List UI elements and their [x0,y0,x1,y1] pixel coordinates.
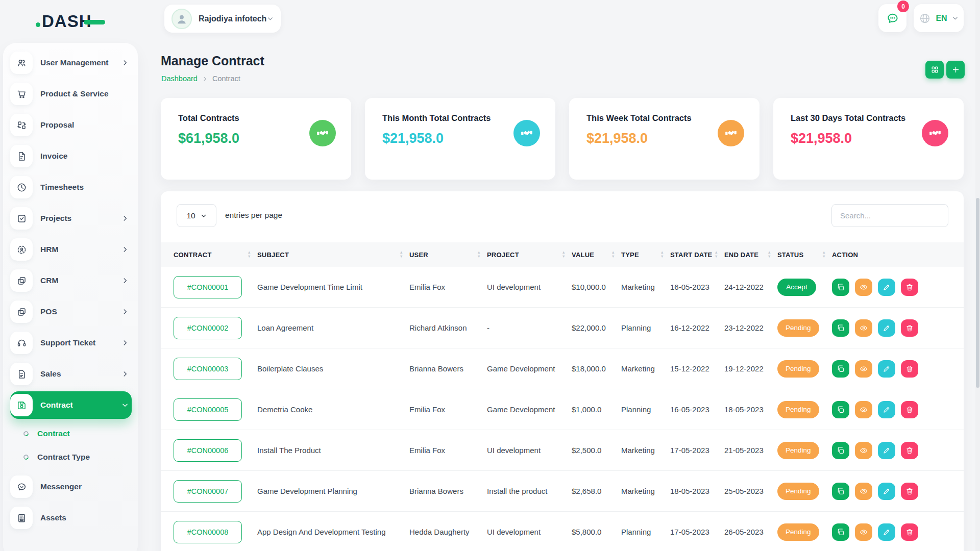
entries-per-page-label: entries per page [225,211,282,220]
sidebar-item-contract[interactable]: Contract [10,391,132,419]
clock-icon [10,176,33,198]
delete-button[interactable] [901,319,918,337]
cell-project: Game Development [487,405,572,414]
search-input[interactable] [831,204,948,227]
column-header-value[interactable]: VALUE▲▼ [572,251,621,259]
scrollbar-thumb[interactable] [976,198,979,388]
delete-button[interactable] [901,279,918,296]
column-header-user[interactable]: USER▲▼ [409,251,487,259]
sidebar-nav: User Management Product & Service Propos… [3,49,138,535]
entries-per-page-select[interactable]: 10 [177,204,216,227]
pencil-icon [883,283,891,291]
contract-id-badge[interactable]: #CON00001 [174,276,242,298]
view-button[interactable] [855,483,872,500]
delete-button[interactable] [901,523,918,541]
column-header-end-date[interactable]: END DATE▲▼ [724,251,777,259]
delete-button[interactable] [901,483,918,500]
cell-project: UI development [487,446,572,455]
column-header-status[interactable]: STATUS▲▼ [777,251,832,259]
users-icon [10,52,33,74]
logo-dot [36,22,40,27]
chevron-down-icon [267,15,274,22]
cell-actions [832,360,951,378]
company-selector[interactable]: Rajodiya infotech [164,5,281,33]
view-button[interactable] [855,279,872,296]
column-header-contract[interactable]: CONTRACT▲▼ [174,251,257,259]
sidebar-item-assets[interactable]: Assets [10,504,132,532]
eye-icon [860,365,868,373]
duplicate-button[interactable] [832,401,849,418]
cell-end-date: 21-05-2023 [724,446,777,455]
delete-button[interactable] [901,401,918,418]
sidebar-item-crm[interactable]: CRM [10,267,132,294]
contract-id-badge[interactable]: #CON00006 [174,439,242,462]
sidebar-item-support-ticket[interactable]: Support Ticket [10,329,132,357]
stat-value: $61,958.0 [178,131,239,146]
invoice-file-icon [10,145,33,167]
stat-value: $21,958.0 [382,131,444,146]
duplicate-button[interactable] [832,319,849,337]
contract-id-badge[interactable]: #CON00005 [174,398,242,421]
edit-button[interactable] [878,442,895,459]
sidebar-subitem-contract-type[interactable]: Contract Type [23,446,132,468]
brand-logo: DASH [36,11,105,32]
edit-button[interactable] [878,523,895,541]
duplicate-button[interactable] [832,442,849,459]
language-selector[interactable]: EN [914,4,964,32]
sort-icon: ▲▼ [822,251,832,258]
view-button[interactable] [855,360,872,378]
grid-view-button[interactable] [925,61,944,79]
duplicate-button[interactable] [832,523,849,541]
sort-icon: ▲▼ [247,251,257,258]
view-button[interactable] [855,523,872,541]
scrollbar-track[interactable] [975,0,980,551]
breadcrumb-dashboard-link[interactable]: Dashboard [161,74,198,83]
cell-value: $1,000.0 [572,405,621,414]
sidebar-item-messenger[interactable]: Messenger [10,473,132,500]
duplicate-button[interactable] [832,279,849,296]
handshake-icon [513,120,540,146]
add-contract-button[interactable] [946,61,965,79]
sidebar-item-proposal[interactable]: Proposal [10,111,132,139]
column-header-subject[interactable]: SUBJECT▲▼ [257,251,409,259]
contract-id-badge[interactable]: #CON00008 [174,521,242,543]
pencil-icon [883,324,891,332]
contract-id-badge[interactable]: #CON00007 [174,480,242,503]
edit-button[interactable] [878,483,895,500]
edit-button[interactable] [878,319,895,337]
delete-button[interactable] [901,360,918,378]
sidebar-item-hrm[interactable]: HRM [10,236,132,263]
sidebar-item-user-management[interactable]: User Management [10,49,132,77]
column-header-type[interactable]: TYPE▲▼ [621,251,670,259]
sidebar-item-sales[interactable]: Sales [10,360,132,388]
sidebar-item-product-service[interactable]: Product & Service [10,80,132,108]
cell-user: Brianna Bowers [409,364,487,373]
cell-end-date: 24-12-2022 [724,283,777,291]
edit-button[interactable] [878,279,895,296]
view-button[interactable] [855,442,872,459]
contract-id-badge[interactable]: #CON00003 [174,358,242,380]
notifications-button[interactable]: 0 [878,4,906,32]
sidebar-item-invoice[interactable]: Invoice [10,142,132,170]
view-button[interactable] [855,319,872,337]
delete-button[interactable] [901,442,918,459]
column-header-action: ACTION [832,251,951,259]
sort-icon: ▲▼ [611,251,621,258]
sidebar-item-pos[interactable]: POS [10,298,132,325]
edit-button[interactable] [878,360,895,378]
notification-count-badge: 0 [897,1,909,12]
duplicate-button[interactable] [832,360,849,378]
sidebar-subitem-contract[interactable]: Contract [23,422,132,445]
contract-id-badge[interactable]: #CON00002 [174,317,242,339]
floppy-icon [10,394,33,416]
stat-card-30days-total: Last 30 Days Total Contracts $21,958.0 [773,98,964,180]
column-header-project[interactable]: PROJECT▲▼ [487,251,572,259]
sidebar-item-projects[interactable]: Projects [10,205,132,232]
column-header-start-date[interactable]: START DATE▲▼ [670,251,724,259]
sidebar-item-timesheets[interactable]: Timesheets [10,173,132,201]
edit-button[interactable] [878,401,895,418]
cell-start-date: 15-12-2022 [670,364,724,373]
duplicate-button[interactable] [832,483,849,500]
cell-type: Planning [621,528,670,536]
view-button[interactable] [855,401,872,418]
